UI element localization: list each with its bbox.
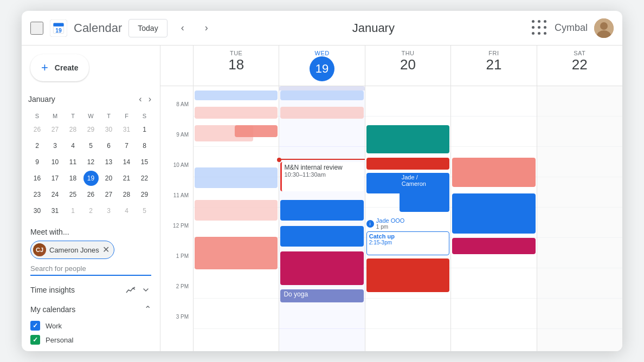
cal-day[interactable]: 3 [48,138,63,153]
personal-calendar-checkbox[interactable]: ✓ [30,335,40,345]
cal-day[interactable]: 7 [119,138,134,153]
cal-day[interactable]: 27 [48,122,63,137]
event-block[interactable] [280,107,363,119]
menu-button[interactable] [30,22,43,35]
cal-day[interactable]: 26 [30,122,45,137]
time-insights-expand-icon[interactable] [140,285,151,295]
cal-day[interactable]: 11 [66,154,81,170]
cal-day[interactable]: 5 [137,203,152,218]
cal-day[interactable]: 12 [83,154,99,170]
cal-day[interactable]: 22 [137,171,152,186]
event-block[interactable] [366,125,449,153]
cal-day[interactable]: 30 [101,122,117,137]
cal-day[interactable]: 29 [83,122,99,137]
cal-day[interactable]: 25 [66,187,81,202]
cal-day[interactable]: 28 [66,122,81,137]
do-yoga-event[interactable]: Do yoga [280,289,363,302]
cal-day[interactable]: 23 [30,187,45,202]
event-block[interactable] [366,258,449,292]
work-calendar-checkbox[interactable]: ✓ [30,321,40,331]
cal-day[interactable]: 24 [48,187,63,202]
cal-day[interactable]: 3 [101,203,117,218]
search-people-input[interactable] [30,262,151,276]
cal-day[interactable]: 18 [66,171,81,186]
jade-ooo-event[interactable]: i Jade OOO 1 pm [366,217,449,230]
cal-day[interactable]: 1 [137,122,152,137]
catchup-event[interactable]: Catch up 2:15-3pm [366,231,449,255]
my-calendars-collapse-icon[interactable]: ⌃ [144,304,151,314]
event-block[interactable] [280,251,363,285]
event-block[interactable] [195,237,278,269]
account-avatar[interactable] [594,18,614,38]
jade-cameron-event[interactable]: Jade / Cameron [400,173,449,212]
prev-button[interactable]: ‹ [174,20,191,37]
cal-day[interactable]: 31 [119,122,134,137]
cal-day[interactable]: 17 [48,171,63,186]
day-num-19-today: 19 [310,56,334,81]
event-block[interactable] [235,125,278,137]
checkmark-icon: ✓ [33,322,38,329]
cal-day[interactable]: 21 [119,171,134,186]
cal-day[interactable]: 14 [119,154,134,170]
cal-day[interactable]: 10 [48,154,63,170]
event-block[interactable] [195,107,278,119]
event-block[interactable] [452,158,535,187]
brand-name: Cymbal [555,22,588,34]
next-button[interactable]: › [198,20,215,37]
cal-day[interactable]: 27 [101,187,117,202]
event-block[interactable] [195,90,278,100]
svg-rect-2 [53,23,63,26]
event-block[interactable] [280,200,363,221]
event-block[interactable] [280,90,363,100]
chip-avatar: CJ [33,243,46,256]
plus-icon: + [41,61,48,75]
thu-events-col: Jade / Cameron i Jade OOO 1 pm Catch up [365,86,450,351]
cal-day[interactable]: 30 [30,203,45,218]
mn-review-event[interactable]: M&N internal review 10:30–11:30am [280,162,363,191]
cal-day[interactable]: 16 [30,171,45,186]
cal-day[interactable]: 1 [66,203,81,218]
day-headers: TUE 18 WED 19 THU 20 FRI 21 SAT 22 [160,46,622,86]
cal-day[interactable]: 8 [137,138,152,153]
today-button[interactable]: Today [128,19,167,37]
event-block[interactable] [452,238,535,254]
cal-day[interactable]: 26 [83,187,99,202]
cal-day[interactable]: 28 [119,187,134,202]
time-insights-chart-icon[interactable] [125,285,136,295]
cal-day[interactable]: 15 [137,154,152,170]
calendar-item-personal[interactable]: ✓ Personal [30,333,151,347]
cal-day[interactable]: 6 [101,138,117,153]
event-block[interactable] [280,226,363,247]
time-label-8am: 8 AM [160,101,193,132]
day-header-fri: FRI 21 [450,46,536,86]
event-block[interactable] [452,193,535,234]
cal-day[interactable]: 31 [48,203,63,218]
sat-events-col [537,86,622,351]
cal-day[interactable]: 4 [66,138,81,153]
dot [538,32,540,35]
mini-cal-next[interactable]: › [146,92,153,106]
day-num-22: 22 [537,56,622,73]
cal-day[interactable]: 4 [119,203,134,218]
event-block[interactable] [195,167,278,188]
create-label: Create [55,63,79,72]
create-button[interactable]: + Create [30,54,89,81]
event-block[interactable] [366,158,449,170]
cal-day-today[interactable]: 19 [83,171,99,186]
cal-day[interactable]: 2 [83,203,99,218]
cal-day[interactable]: 29 [137,187,152,202]
cal-day[interactable]: 5 [83,138,99,153]
time-insights-controls [125,285,151,295]
person-chip[interactable]: CJ Cameron Jones ✕ [30,241,114,259]
cal-day[interactable]: 2 [30,138,45,153]
cal-day[interactable]: 13 [101,154,117,170]
dow-fri: FRI [451,50,536,56]
event-block[interactable] [195,200,278,221]
google-apps-button[interactable] [532,20,548,36]
time-label-11am: 11 AM [160,192,193,223]
mini-cal-prev[interactable]: ‹ [137,92,144,106]
cal-day[interactable]: 9 [30,154,45,170]
calendar-item-work[interactable]: ✓ Work [30,319,151,333]
cal-day[interactable]: 20 [101,171,117,186]
chip-remove-button[interactable]: ✕ [102,245,110,254]
